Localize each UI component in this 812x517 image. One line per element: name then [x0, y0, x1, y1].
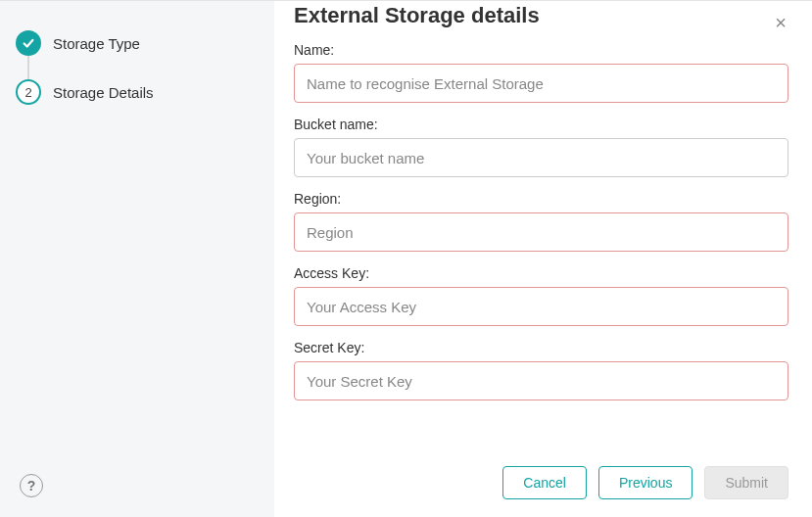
step-storage-type[interactable]: Storage Type [0, 21, 274, 66]
field-bucket: Bucket name: [294, 117, 788, 177]
region-label: Region: [294, 191, 788, 207]
access-key-label: Access Key: [294, 265, 788, 281]
submit-button[interactable]: Submit [704, 466, 788, 499]
step-label: Storage Details [53, 84, 154, 101]
access-key-input[interactable] [294, 287, 788, 326]
help-button[interactable]: ? [20, 474, 43, 497]
cancel-button[interactable]: Cancel [502, 466, 587, 499]
footer: Cancel Previous Submit [294, 446, 788, 499]
field-name: Name: [294, 42, 788, 103]
check-icon [16, 30, 41, 56]
bucket-label: Bucket name: [294, 117, 788, 132]
previous-button[interactable]: Previous [598, 466, 693, 499]
step-label: Storage Type [53, 35, 140, 52]
step-number-icon: 2 [16, 79, 41, 105]
field-secret-key: Secret Key: [294, 340, 788, 400]
bucket-input[interactable] [294, 138, 788, 177]
page-title: External Storage details [294, 3, 788, 28]
name-input[interactable] [294, 64, 788, 103]
secret-key-label: Secret Key: [294, 340, 788, 355]
field-region: Region: [294, 191, 788, 252]
name-label: Name: [294, 42, 788, 58]
help-icon: ? [27, 478, 36, 494]
region-input[interactable] [294, 212, 788, 252]
sidebar: Storage Type 2 Storage Details ? [0, 1, 274, 517]
main-panel: × External Storage details Name: Bucket … [274, 1, 812, 517]
close-icon: × [775, 13, 787, 32]
secret-key-input[interactable] [294, 361, 788, 400]
close-button[interactable]: × [769, 11, 792, 34]
step-storage-details[interactable]: 2 Storage Details [0, 70, 274, 115]
field-access-key: Access Key: [294, 265, 788, 326]
